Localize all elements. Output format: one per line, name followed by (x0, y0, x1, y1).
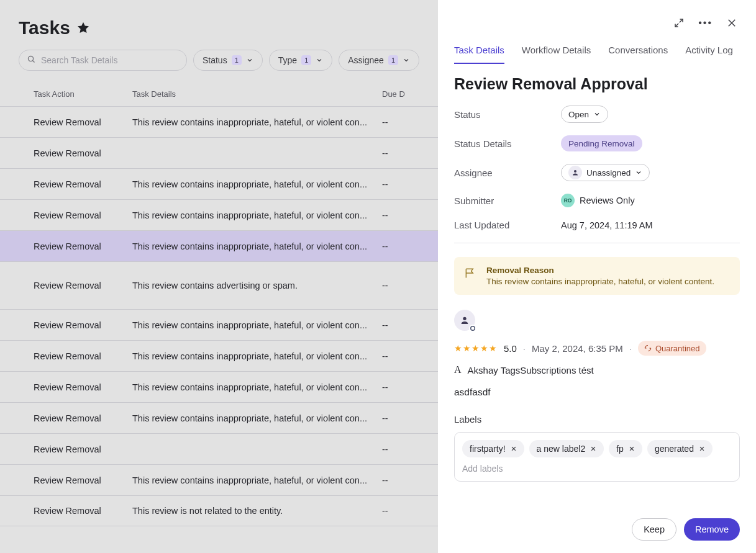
label-chip: generated (647, 440, 713, 457)
review-meta-line: ★★★★★ 5.0 · May 2, 2024, 6:35 PM · Quara… (454, 341, 740, 356)
cell-action: Review Removal (19, 117, 132, 127)
filter-count: 1 (388, 55, 398, 65)
table-row[interactable]: Review RemovalThis review contains inapp… (0, 371, 438, 402)
cell-due: -- (382, 117, 419, 127)
divider (454, 243, 740, 243)
person-icon (568, 166, 582, 179)
page-header: Tasks (0, 0, 438, 50)
cell-details: This review contains inappropriate, hate… (132, 210, 382, 220)
chevron-down-icon (246, 56, 253, 64)
status-dropdown[interactable]: Open (561, 106, 608, 123)
cell-action: Review Removal (19, 148, 132, 158)
remove-button[interactable]: Remove (684, 518, 740, 541)
table-row[interactable]: Review RemovalThis review contains inapp… (0, 106, 438, 137)
rating-number: 5.0 (504, 343, 517, 354)
keep-button[interactable]: Keep (632, 518, 676, 541)
cell-action: Review Removal (19, 506, 132, 516)
separator: · (629, 343, 632, 354)
cell-details: This review contains inappropriate, hate… (132, 351, 382, 361)
cell-due: -- (382, 320, 419, 330)
status-details-badge: Pending Removal (561, 135, 642, 151)
favorite-star-icon[interactable] (76, 21, 90, 35)
chip-remove-icon[interactable] (629, 446, 635, 452)
chip-remove-icon[interactable] (590, 446, 596, 452)
cell-due: -- (382, 351, 419, 361)
cell-action: Review Removal (19, 382, 132, 392)
tab[interactable]: Activity Log (685, 45, 733, 64)
assignee-dropdown[interactable]: Unassigned (561, 164, 650, 181)
table-row[interactable]: Review RemovalThis review contains inapp… (0, 199, 438, 230)
merchant-name: Akshay TagsSubscriptions tést (468, 365, 594, 375)
table-row[interactable]: Review Removal-- (0, 433, 438, 464)
task-detail-panel: ••• Task DetailsWorkflow DetailsConversa… (438, 0, 756, 553)
filter-row: Status1Type1Assignee1 (0, 50, 438, 82)
chip-label: fp (616, 444, 624, 454)
labels-heading: Labels (454, 414, 740, 425)
review-date: May 2, 2024, 6:35 PM (532, 343, 623, 354)
label-chip: fp (609, 440, 642, 457)
cell-due: -- (382, 210, 419, 220)
author-badge-icon (469, 325, 476, 332)
cell-details: This review contains inappropriate, hate… (132, 382, 382, 392)
col-header-details[interactable]: Task Details (132, 89, 382, 99)
filter-pill[interactable]: Status1 (193, 50, 263, 71)
table-row[interactable]: Review RemovalThis review contains inapp… (0, 340, 438, 371)
filter-label: Type (278, 55, 297, 65)
submitter-value: Reviews Only (580, 196, 635, 205)
table-row[interactable]: Review Removal-- (0, 137, 438, 168)
add-labels-input[interactable] (462, 464, 732, 474)
filter-pill[interactable]: Assignee1 (339, 50, 419, 71)
cell-due: -- (382, 382, 419, 392)
cell-details: This review contains inappropriate, hate… (132, 320, 382, 330)
label-chips: firstparty!a new label2fpgenerated (462, 440, 732, 457)
search-input-wrapper[interactable] (19, 50, 187, 71)
expand-icon[interactable] (673, 17, 685, 29)
table-row[interactable]: Review RemovalThis review is not related… (0, 495, 438, 526)
svg-point-0 (29, 56, 34, 61)
review-merchant-line: A Akshay TagsSubscriptions tést (454, 364, 740, 375)
cell-details: This review contains inappropriate, hate… (132, 475, 382, 485)
close-icon[interactable] (726, 17, 737, 29)
cell-due: -- (382, 475, 419, 485)
more-menu-icon[interactable]: ••• (698, 17, 713, 29)
filter-count: 1 (301, 55, 311, 65)
chevron-down-icon (316, 56, 323, 64)
table-row[interactable]: Review RemovalThis review contains inapp… (0, 230, 438, 261)
table-row[interactable]: Review RemovalThis review contains inapp… (0, 309, 438, 340)
cell-action: Review Removal (19, 351, 132, 361)
quarantined-badge: Quarantined (638, 341, 706, 356)
table-row[interactable]: Review RemovalThis review contains inapp… (0, 168, 438, 199)
cell-details: This review is not related to the entity… (132, 506, 382, 516)
col-header-action[interactable]: Task Action (19, 89, 132, 99)
meta-label-submitter: Submitter (454, 196, 561, 206)
filter-pill[interactable]: Type1 (269, 50, 332, 71)
cell-due: -- (382, 413, 419, 423)
panel-tabs: Task DetailsWorkflow DetailsConversation… (438, 35, 756, 64)
notice-text: This review contains inappropriate, hate… (486, 277, 714, 286)
star-rating: ★★★★★ (454, 343, 498, 353)
cell-due: -- (382, 241, 419, 251)
chevron-down-icon (635, 169, 642, 176)
col-header-due[interactable]: Due D (382, 89, 419, 99)
labels-box[interactable]: firstparty!a new label2fpgenerated (454, 432, 740, 482)
chip-remove-icon[interactable] (511, 446, 517, 452)
submitter-avatar: RO (561, 194, 575, 207)
table-header-row: Task Action Task Details Due D (0, 82, 438, 106)
label-chip: firstparty! (462, 440, 524, 457)
cell-action: Review Removal (19, 320, 132, 330)
tasks-list-pane: Tasks Status1Type1Assignee1 Task Action … (0, 0, 438, 553)
tab[interactable]: Conversations (608, 45, 668, 64)
cell-action: Review Removal (19, 281, 132, 290)
updated-value: Aug 7, 2024, 11:19 AM (561, 220, 653, 230)
cell-action: Review Removal (19, 413, 132, 423)
cell-due: -- (382, 281, 419, 290)
table-row[interactable]: Review RemovalThis review contains inapp… (0, 464, 438, 495)
chip-remove-icon[interactable] (699, 446, 705, 452)
table-row[interactable]: Review RemovalThis review contains adver… (0, 261, 438, 309)
tab[interactable]: Task Details (454, 45, 504, 64)
search-input[interactable] (41, 55, 179, 65)
review-body: asdfasdf (454, 387, 740, 398)
tab[interactable]: Workflow Details (522, 45, 591, 64)
panel-topbar: ••• (438, 0, 756, 35)
table-row[interactable]: Review RemovalThis review contains inapp… (0, 402, 438, 433)
